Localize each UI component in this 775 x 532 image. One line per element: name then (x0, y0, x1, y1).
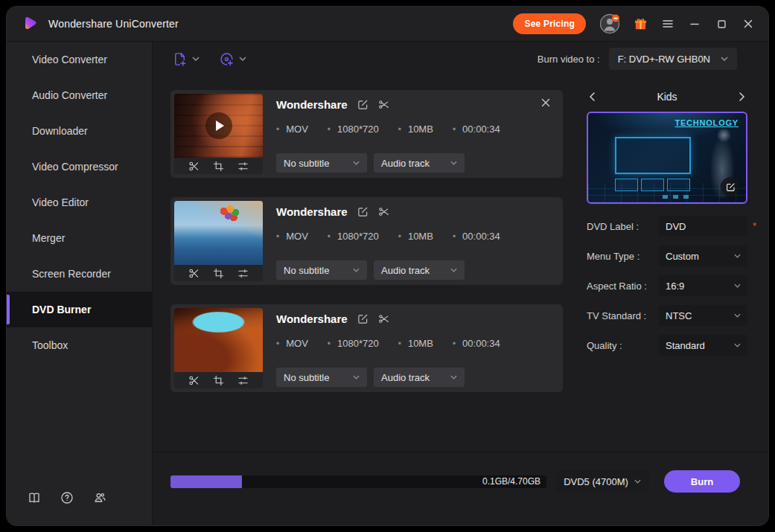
chevron-down-icon (353, 375, 360, 379)
remove-video-icon[interactable] (540, 97, 552, 109)
subtitle-value: No subtitle (284, 372, 329, 383)
video-duration: 00:00:34 (453, 338, 500, 349)
maximize-icon[interactable] (715, 17, 728, 31)
template-name: Kids (657, 91, 677, 103)
burn-button[interactable]: Burn (664, 470, 740, 493)
chevron-down-icon (239, 57, 246, 61)
minimize-icon[interactable] (688, 17, 701, 31)
sidebar-item-dvd-burner[interactable]: DVD Burner (7, 292, 152, 327)
media-card: Wondershare MOV 1080*720 10MB 00:00:34 (170, 197, 563, 285)
subtitle-value: No subtitle (284, 158, 329, 169)
video-duration: 00:00:34 (453, 231, 500, 242)
template-prev-icon[interactable] (587, 91, 599, 103)
account-avatar[interactable] (599, 13, 620, 34)
video-metadata: MOV 1080*720 10MB 00:00:34 (276, 231, 559, 242)
rename-edit-icon[interactable] (357, 313, 369, 324)
chevron-down-icon (734, 254, 741, 258)
sidebar-item-audio-converter[interactable]: Audio Converter (7, 77, 152, 113)
sidebar-item-toolbox[interactable]: Toolbox (7, 327, 152, 363)
split-cut-icon[interactable] (378, 206, 389, 217)
app-title: Wondershare UniConverter (48, 18, 179, 30)
crop-icon[interactable] (213, 161, 224, 172)
sidebar-item-label: Video Compressor (32, 161, 118, 173)
disc-type-value: DVD5 (4700M) (564, 476, 628, 487)
edit-tool-strip (174, 158, 263, 174)
sidebar-item-label: Merger (32, 232, 65, 244)
main-area: Burn video to : F: DVD+-RW GHB0N (153, 42, 768, 525)
subtitle-dropdown[interactable]: No subtitle (276, 260, 367, 280)
trim-scissors-icon[interactable] (188, 268, 200, 279)
video-resolution: 1080*720 (328, 231, 379, 242)
video-title: Wondershare (276, 98, 348, 111)
adjust-effects-icon[interactable] (237, 375, 249, 386)
sidebar-item-downloader[interactable]: Downloader (7, 113, 152, 149)
tv-standard-row: TV Standard : NTSC (587, 305, 747, 326)
template-preview[interactable]: TECHNOLOGY (587, 112, 747, 204)
trim-scissors-icon[interactable] (188, 161, 200, 172)
sidebar-item-video-compressor[interactable]: Video Compressor (7, 149, 152, 185)
add-disc-button[interactable] (219, 51, 246, 67)
thumbnail-image[interactable] (174, 94, 263, 158)
adjust-effects-icon[interactable] (237, 161, 249, 172)
thumbnail-image[interactable] (174, 201, 263, 265)
sidebar-item-merger[interactable]: Merger (7, 220, 152, 256)
rename-edit-icon[interactable] (357, 206, 369, 217)
app-logo-icon (22, 15, 39, 33)
see-pricing-button[interactable]: See Pricing (513, 13, 586, 34)
audio-track-dropdown[interactable]: Audio track (374, 153, 465, 173)
aspect-ratio-dropdown[interactable]: 16:9 (659, 275, 747, 296)
burn-target-value: F: DVD+-RW GHB0N (618, 54, 710, 65)
subtitle-dropdown[interactable]: No subtitle (276, 368, 367, 387)
quality-dropdown[interactable]: Standard (659, 335, 747, 356)
subtitle-dropdown[interactable]: No subtitle (276, 153, 367, 173)
audio-track-dropdown[interactable]: Audio track (374, 260, 465, 280)
gift-icon[interactable] (634, 17, 648, 31)
disc-type-dropdown[interactable]: DVD5 (4700M) (555, 470, 649, 493)
video-size: 10MB (398, 124, 433, 135)
footer-bar: 0.1GB/4.70GB DVD5 (4700M) Burn (153, 452, 768, 525)
sidebar-footer (28, 491, 106, 504)
add-file-button[interactable] (172, 51, 200, 67)
rename-edit-icon[interactable] (357, 99, 369, 110)
sidebar-item-screen-recorder[interactable]: Screen Recorder (7, 256, 152, 292)
template-next-icon[interactable] (736, 91, 747, 103)
template-edit-icon[interactable] (721, 177, 740, 196)
adjust-effects-icon[interactable] (237, 268, 249, 279)
crop-icon[interactable] (213, 375, 224, 386)
tv-standard-dropdown[interactable]: NTSC (659, 305, 747, 326)
dvd-label-label: DVD Label : (587, 221, 639, 232)
dvd-label-row: DVD Label : * (587, 216, 747, 237)
video-metadata: MOV 1080*720 10MB 00:00:34 (276, 338, 559, 349)
titlebar: Wondershare UniConverter See Pricing (7, 7, 768, 42)
help-icon[interactable] (60, 491, 74, 504)
menu-icon[interactable] (661, 17, 674, 31)
sidebar-item-label: Screen Recorder (32, 268, 111, 280)
video-thumbnail (174, 201, 263, 281)
audio-track-value: Audio track (381, 158, 430, 169)
video-format: MOV (276, 124, 308, 135)
audio-track-value: Audio track (381, 265, 430, 276)
audio-track-dropdown[interactable]: Audio track (374, 368, 465, 387)
chevron-down-icon (353, 161, 360, 165)
split-cut-icon[interactable] (378, 313, 389, 324)
sidebar-item-video-editor[interactable]: Video Editor (7, 185, 152, 220)
menu-type-row: Menu Type : Custom (587, 246, 747, 266)
crop-icon[interactable] (213, 268, 224, 279)
burn-target-dropdown[interactable]: F: DVD+-RW GHB0N (609, 48, 737, 70)
dvd-label-input[interactable] (659, 216, 747, 237)
quality-label: Quality : (587, 340, 622, 351)
guide-book-icon[interactable] (28, 491, 41, 504)
trim-scissors-icon[interactable] (188, 375, 200, 386)
sidebar-item-video-converter[interactable]: Video Converter (7, 42, 152, 77)
chevron-down-icon (450, 268, 457, 272)
quality-value: Standard (666, 340, 705, 351)
sidebar-item-label: DVD Burner (32, 304, 91, 315)
close-icon[interactable] (741, 17, 755, 31)
video-thumbnail (174, 308, 263, 388)
split-cut-icon[interactable] (378, 99, 389, 110)
play-icon[interactable] (205, 112, 232, 139)
thumbnail-image[interactable] (174, 308, 263, 372)
community-icon[interactable] (93, 491, 106, 504)
menu-type-dropdown[interactable]: Custom (659, 246, 747, 266)
chevron-down-icon (734, 313, 741, 318)
